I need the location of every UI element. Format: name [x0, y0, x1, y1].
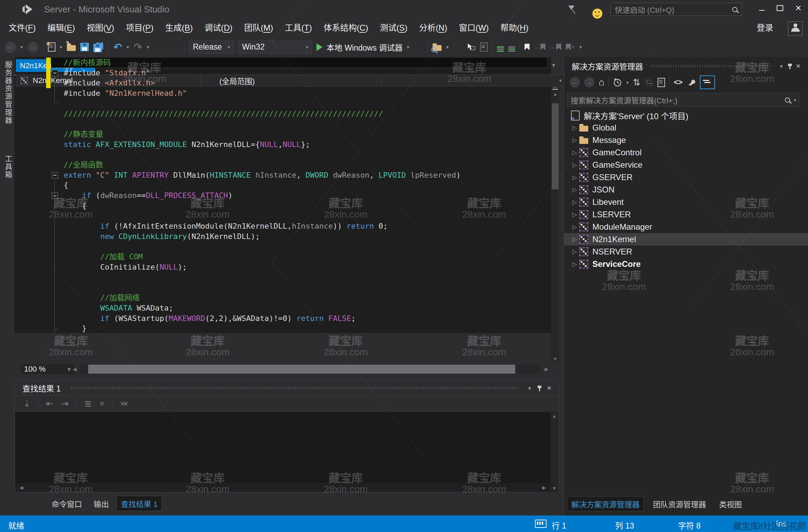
- find-horizontal-scrollbar[interactable]: ◀ ▶: [15, 483, 550, 492]
- save-all-icon[interactable]: [93, 42, 104, 52]
- menu-item-F[interactable]: 文件(F): [3, 19, 42, 37]
- document-list-dropdown-icon[interactable]: ▼: [551, 63, 556, 68]
- view-code-icon[interactable]: <>: [674, 78, 683, 87]
- chevron-right-icon[interactable]: ▷: [572, 223, 579, 231]
- solution-root-row[interactable]: 解决方案'Server' (10 个项目): [564, 109, 808, 122]
- undo-dropdown-icon[interactable]: ▾: [126, 44, 129, 50]
- editor-horizontal-scrollbar[interactable]: [79, 365, 541, 374]
- tool-tab-团队资源管理器[interactable]: 团队资源管理器: [649, 497, 710, 511]
- navigate-forward-icon[interactable]: →: [28, 42, 39, 53]
- filter-dropdown-icon[interactable]: ▾: [626, 80, 629, 85]
- menu-item-B[interactable]: 生成(B): [159, 19, 199, 37]
- find-results-content[interactable]: [15, 412, 550, 483]
- tree-item-Libevent[interactable]: ▷Libevent: [564, 196, 808, 208]
- fold-collapse-icon[interactable]: [52, 172, 58, 179]
- scroll-up-icon[interactable]: ▲: [551, 91, 559, 97]
- search-dropdown-icon[interactable]: ▾: [794, 97, 796, 103]
- format-document-icon[interactable]: [497, 46, 504, 48]
- chevron-right-icon[interactable]: ▷: [572, 186, 579, 194]
- close-panel-icon[interactable]: ×: [796, 62, 800, 70]
- scroll-left-icon[interactable]: ◀: [71, 366, 78, 372]
- chevron-right-icon[interactable]: ▷: [572, 174, 579, 181]
- tree-item-Message[interactable]: ▷Message: [564, 134, 808, 146]
- scrollbar-thumb[interactable]: [552, 103, 559, 189]
- fold-collapse-icon[interactable]: [52, 192, 58, 199]
- close-panel-icon[interactable]: ×: [547, 384, 551, 392]
- scrollbar-thumb[interactable]: [88, 365, 515, 374]
- menu-item-N[interactable]: 分析(N): [413, 19, 453, 37]
- chevron-right-icon[interactable]: ▷: [572, 248, 579, 255]
- redo-icon[interactable]: ↷: [134, 42, 142, 52]
- solution-explorer-header[interactable]: 解决方案资源管理器 ▼ ×: [564, 58, 808, 74]
- redo-dropdown-icon[interactable]: ▾: [147, 44, 149, 50]
- preview-selected-items-button[interactable]: [700, 75, 715, 89]
- save-icon[interactable]: [80, 43, 89, 51]
- chevron-right-icon[interactable]: ▷: [572, 124, 579, 132]
- chevron-right-icon[interactable]: ▷: [572, 261, 579, 268]
- format-selection-icon[interactable]: [508, 46, 515, 48]
- navigate-back-icon[interactable]: ←: [5, 42, 16, 53]
- new-file-dropdown-icon[interactable]: ▾: [60, 44, 63, 50]
- tree-item-GameControl[interactable]: ▷GameControl: [564, 146, 808, 159]
- find-vertical-scrollbar[interactable]: ▲ ▼: [550, 412, 559, 492]
- menu-item-E[interactable]: 编辑(E): [42, 19, 81, 37]
- tree-item-ServiceCore[interactable]: ▷ServiceCore: [564, 258, 808, 270]
- chevron-right-icon[interactable]: ▷: [572, 137, 579, 144]
- menu-item-P[interactable]: 项目(P): [120, 19, 159, 37]
- panel-tab-命令窗口[interactable]: 命令窗口: [48, 496, 86, 511]
- signin-button[interactable]: 登录: [757, 19, 773, 37]
- menu-item-V[interactable]: 视图(V): [81, 19, 120, 37]
- open-file-icon[interactable]: ↰: [67, 43, 76, 51]
- tree-item-LSERVER[interactable]: ▷LSERVER: [564, 208, 808, 221]
- find-dropdown-icon[interactable]: ▾: [446, 44, 449, 50]
- navigate-back-dropdown-icon[interactable]: ▾: [20, 44, 23, 50]
- zoom-combobox[interactable]: 100 %▼: [21, 364, 75, 374]
- code-editor[interactable]: //新内核源码#include "Stdafx.h"#include <Afxd…: [14, 57, 551, 333]
- panel-menu-dropdown-icon[interactable]: ▼: [779, 64, 784, 69]
- scroll-down-icon[interactable]: ▼: [550, 486, 559, 491]
- scroll-up-icon[interactable]: ▲: [550, 412, 559, 419]
- close-button[interactable]: ×: [789, 0, 807, 16]
- new-file-icon[interactable]: ✱: [48, 42, 55, 52]
- tree-item-JSON[interactable]: ▷JSON: [564, 184, 808, 196]
- chevron-right-icon[interactable]: ▷: [572, 149, 579, 156]
- undo-icon[interactable]: ↶: [113, 42, 122, 52]
- chevron-right-icon[interactable]: ▷: [572, 236, 579, 243]
- menu-item-C[interactable]: 体系结构(C): [318, 19, 374, 37]
- pin-icon[interactable]: [539, 388, 540, 391]
- quick-launch-input[interactable]: 快速启动 (Ctrl+Q): [610, 3, 742, 16]
- menu-item-T[interactable]: 工具(T): [279, 19, 318, 37]
- scroll-left-icon[interactable]: ◀: [18, 485, 25, 490]
- fold-collapse-icon[interactable]: [52, 70, 58, 76]
- tree-item-GameService[interactable]: ▷GameService: [564, 159, 808, 171]
- panel-tab-输出[interactable]: 输出: [90, 496, 113, 511]
- tool-tab-类视图[interactable]: 类视图: [715, 497, 746, 511]
- editor-vertical-scrollbar[interactable]: ▲ ▼: [551, 87, 559, 363]
- find-in-files-icon[interactable]: [433, 43, 442, 51]
- menu-item-D[interactable]: 调试(D): [199, 19, 238, 37]
- properties-wrench-icon[interactable]: [687, 78, 696, 87]
- avatar[interactable]: [788, 21, 802, 36]
- platform-combobox[interactable]: Win32▾: [238, 41, 312, 54]
- menu-item-M[interactable]: 团队(M): [238, 19, 279, 37]
- splitter-grip-icon[interactable]: [552, 89, 558, 90]
- tool-tab-解决方案资源管理器[interactable]: 解决方案资源管理器: [567, 496, 644, 511]
- panel-tab-查找结果 1[interactable]: 查找结果 1: [116, 496, 162, 511]
- tree-item-NSERVER[interactable]: ▷NSERVER: [564, 246, 808, 258]
- sidebar-tab-toolbox[interactable]: 工具箱: [3, 155, 13, 179]
- tree-item-Global[interactable]: ▷Global: [564, 122, 808, 134]
- scroll-right-icon[interactable]: ▶: [543, 366, 550, 372]
- home-icon[interactable]: ⌂: [599, 77, 604, 88]
- debug-target-dropdown-icon[interactable]: ▾: [407, 44, 410, 50]
- panel-menu-dropdown-icon[interactable]: ▼: [527, 386, 532, 391]
- tree-item-ModuleManager[interactable]: ▷ModuleManager: [564, 221, 808, 233]
- start-debug-button[interactable]: 本地 Windows 调试器 ▾: [317, 41, 410, 53]
- pending-changes-filter-icon[interactable]: [613, 78, 622, 87]
- tree-item-N2n1Kernel[interactable]: ▷N2n1Kernel: [564, 233, 808, 246]
- pin-icon[interactable]: [789, 66, 790, 69]
- tree-item-GSERVER[interactable]: ▷GSERVER: [564, 171, 808, 184]
- scroll-right-icon[interactable]: ▶: [541, 485, 548, 490]
- feedback-smiley-icon[interactable]: [592, 9, 602, 19]
- chevron-right-icon[interactable]: ▷: [572, 211, 579, 218]
- solution-search-input[interactable]: 搜索解决方案资源管理器(Ctrl+;) ▾: [567, 93, 800, 107]
